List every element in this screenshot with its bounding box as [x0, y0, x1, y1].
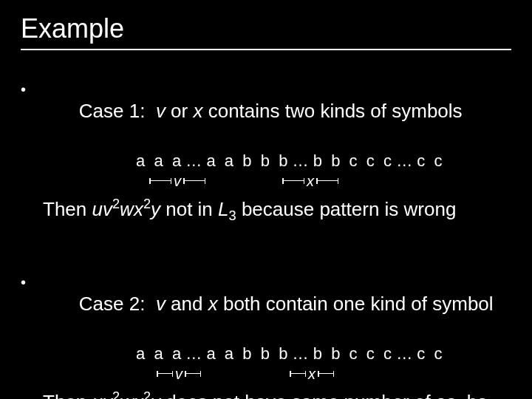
case-2-conclusion: Then uv2wx2y does not have same number o… [43, 389, 511, 400]
case-1-text: Case 1: v or x contains two kinds of sym… [36, 77, 463, 146]
exp-2: 2 [112, 389, 120, 400]
var-w: w [120, 390, 134, 399]
var-v: v [103, 390, 112, 399]
bracket-right [185, 373, 201, 374]
bracket-right [316, 180, 338, 181]
var-x: x [134, 390, 143, 399]
case-2-bullet: • Case 2: v and x both contain one kind … [21, 270, 511, 338]
sub-3: 3 [229, 208, 236, 223]
var-x: x [193, 100, 202, 122]
v-label: v [175, 366, 183, 383]
text: both contain one kind of symbol [218, 293, 494, 315]
slide-title: Example [21, 13, 511, 50]
case-2-markers: v x [136, 365, 511, 386]
case-1-bullet: • Case 1: v or x contains two kinds of s… [21, 77, 511, 146]
text: because pattern is wrong [236, 198, 457, 220]
case-1-symbol-row: a a a … a a b b b … b b c c c … c c [21, 151, 511, 171]
case-1-markers: v x [136, 172, 511, 193]
var-y: y [151, 198, 160, 220]
var-L: L [218, 198, 228, 220]
slide: Example • Case 1: v or x contains two ki… [0, 0, 532, 399]
bullet-icon: • [21, 80, 26, 99]
bracket-right [318, 373, 334, 374]
text: Then [43, 198, 92, 220]
spacer [145, 100, 155, 122]
var-x: x [208, 293, 218, 315]
var-w: w [120, 198, 134, 220]
text: and [166, 293, 208, 315]
case-1-prefix: Case 1: [79, 100, 146, 122]
case-2: • Case 2: v and x both contain one kind … [21, 270, 511, 400]
var-u: u [92, 198, 103, 220]
case-2-prefix: Case 2: [79, 293, 146, 315]
x-label: x [307, 173, 314, 190]
bracket-left [282, 180, 304, 181]
case-1-conclusion: Then uv2wx2y not in L3 because pattern i… [43, 196, 511, 225]
var-v: v [156, 100, 166, 122]
exp-2: 2 [143, 197, 151, 211]
var-x: x [134, 198, 143, 220]
x-label: x [308, 366, 316, 383]
var-v: v [156, 293, 166, 315]
case-2-symbol-row: a a a … a a b b b … b b c c c … c c [21, 344, 511, 364]
case-2-text: Case 2: v and x both contain one kind of… [36, 270, 494, 338]
text: not in [160, 198, 218, 220]
bracket-left [157, 373, 173, 374]
spacer [145, 293, 155, 315]
case-2-x-marker: x [290, 365, 334, 382]
text: or [166, 100, 194, 122]
text: Then [43, 390, 92, 399]
text: contains two kinds of symbols [202, 100, 462, 122]
bracket-left [149, 180, 171, 181]
v-label: v [174, 173, 181, 190]
case-1: • Case 1: v or x contains two kinds of s… [21, 77, 511, 225]
case-1-x-marker: x [282, 172, 338, 189]
exp-2: 2 [143, 389, 151, 400]
bullet-icon: • [21, 273, 26, 292]
bracket-left [290, 373, 306, 374]
exp-2: 2 [112, 197, 120, 211]
bracket-right [183, 180, 205, 181]
case-1-v-marker: v [149, 172, 205, 189]
case-2-v-marker: v [157, 365, 201, 382]
var-y: y [151, 390, 160, 399]
var-v: v [103, 198, 112, 220]
var-u: u [92, 390, 103, 399]
